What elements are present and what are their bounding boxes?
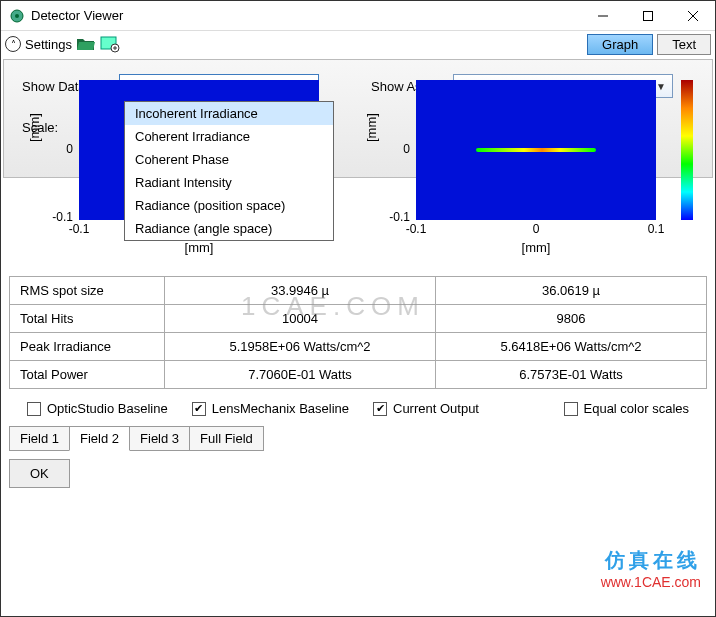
table-row: Peak Irradiance 5.1958E+06 Watts/cm^2 5.… [10, 333, 706, 361]
tab-full-field[interactable]: Full Field [189, 426, 264, 451]
row-label: Peak Irradiance [10, 333, 165, 360]
opticstudio-label: OpticStudio Baseline [47, 401, 168, 416]
tab-field-3[interactable]: Field 3 [129, 426, 190, 451]
close-icon [688, 11, 698, 21]
row-value: 9806 [436, 305, 706, 332]
row-label: Total Power [10, 361, 165, 388]
toolbar: ˄ Settings Graph Text [1, 31, 715, 57]
lensmechanix-checkbox[interactable]: ✔ [192, 402, 206, 416]
titlebar: Detector Viewer [1, 1, 715, 31]
row-value: 36.0619 µ [436, 277, 706, 304]
plot-right: [mm] 0 -0.1 -0.1 0 0.1 [mm] [358, 70, 695, 270]
lensmechanix-label: LensMechanix Baseline [212, 401, 349, 416]
watermark-url: www.1CAE.com [601, 574, 701, 590]
checkbox-row: OpticStudio Baseline ✔ LensMechanix Base… [1, 389, 715, 426]
equal-scales-checkbox[interactable] [564, 402, 578, 416]
window-controls [580, 1, 715, 31]
maximize-button[interactable] [625, 1, 670, 31]
row-value: 10004 [165, 305, 436, 332]
tab-field-1[interactable]: Field 1 [9, 426, 70, 451]
ok-row: OK [1, 451, 715, 496]
text-tab[interactable]: Text [657, 34, 711, 55]
show-data-dropdown: Incoherent Irradiance Coherent Irradianc… [124, 101, 334, 241]
x-tick: 0.1 [648, 222, 665, 236]
close-button[interactable] [670, 1, 715, 31]
dropdown-item[interactable]: Radiant Intensity [125, 171, 333, 194]
table-row: Total Hits 10004 9806 [10, 305, 706, 333]
plots-row: [mm] 0 -0.1 -0.1 0 0.1 [mm] [mm] 0 -0.1 … [1, 70, 715, 270]
svg-rect-3 [643, 11, 652, 20]
dropdown-item[interactable]: Radiance (angle space) [125, 217, 333, 240]
current-output-checkbox[interactable]: ✔ [373, 402, 387, 416]
maximize-icon [643, 11, 653, 21]
table-row: Total Power 7.7060E-01 Watts 6.7573E-01 … [10, 361, 706, 388]
x-tick: -0.1 [406, 222, 427, 236]
y-tick: 0 [403, 142, 410, 156]
x-axis-label: [mm] [522, 240, 551, 255]
minimize-button[interactable] [580, 1, 625, 31]
plot-area [416, 80, 656, 220]
x-tick: -0.1 [69, 222, 90, 236]
y-axis-label: [mm] [364, 113, 379, 142]
row-value: 6.7573E-01 Watts [436, 361, 706, 388]
x-tick: 0 [533, 222, 540, 236]
results-table: RMS spot size 33.9946 µ 36.0619 µ Total … [9, 276, 707, 389]
settings-label[interactable]: Settings [25, 37, 72, 52]
dropdown-item[interactable]: Coherent Phase [125, 148, 333, 171]
y-tick: 0 [66, 142, 73, 156]
graph-tab[interactable]: Graph [587, 34, 653, 55]
folder-open-icon[interactable] [76, 35, 96, 53]
row-label: RMS spot size [10, 277, 165, 304]
tab-field-2[interactable]: Field 2 [69, 426, 130, 451]
table-row: RMS spot size 33.9946 µ 36.0619 µ [10, 277, 706, 305]
window-title: Detector Viewer [31, 8, 580, 23]
opticstudio-checkbox[interactable] [27, 402, 41, 416]
minimize-icon [598, 11, 608, 21]
watermark: 仿真在线 www.1CAE.com [601, 547, 701, 590]
equal-scales-label: Equal color scales [584, 401, 690, 416]
dropdown-item[interactable]: Coherent Irradiance [125, 125, 333, 148]
current-output-label: Current Output [393, 401, 479, 416]
app-icon [9, 8, 25, 24]
row-value: 5.1958E+06 Watts/cm^2 [165, 333, 436, 360]
svg-point-1 [15, 14, 19, 18]
row-value: 5.6418E+06 Watts/cm^2 [436, 333, 706, 360]
row-value: 7.7060E-01 Watts [165, 361, 436, 388]
ok-button[interactable]: OK [9, 459, 70, 488]
dropdown-item[interactable]: Radiance (position space) [125, 194, 333, 217]
image-add-icon[interactable] [100, 35, 120, 53]
row-value: 33.9946 µ [165, 277, 436, 304]
dropdown-item[interactable]: Incoherent Irradiance [125, 102, 333, 125]
collapse-icon[interactable]: ˄ [5, 36, 21, 52]
row-label: Total Hits [10, 305, 165, 332]
y-axis-label: [mm] [27, 113, 42, 142]
field-tabs: Field 1 Field 2 Field 3 Full Field [1, 426, 715, 451]
colorbar [681, 80, 693, 220]
watermark-cn: 仿真在线 [601, 547, 701, 574]
x-axis-label: [mm] [185, 240, 214, 255]
